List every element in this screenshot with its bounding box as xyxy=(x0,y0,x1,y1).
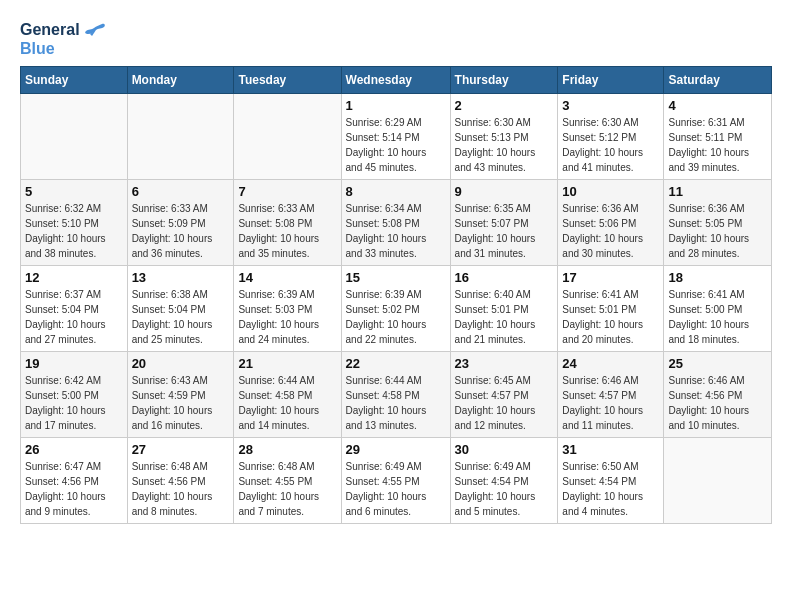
calendar-cell xyxy=(664,438,772,524)
calendar-cell: 9Sunrise: 6:35 AMSunset: 5:07 PMDaylight… xyxy=(450,180,558,266)
calendar-cell: 11Sunrise: 6:36 AMSunset: 5:05 PMDayligh… xyxy=(664,180,772,266)
calendar-header-row: SundayMondayTuesdayWednesdayThursdayFrid… xyxy=(21,67,772,94)
bird-icon xyxy=(82,22,106,40)
day-number: 6 xyxy=(132,184,230,199)
day-info: Sunrise: 6:41 AMSunset: 5:00 PMDaylight:… xyxy=(668,287,767,347)
day-info: Sunrise: 6:49 AMSunset: 4:54 PMDaylight:… xyxy=(455,459,554,519)
day-number: 5 xyxy=(25,184,123,199)
day-number: 8 xyxy=(346,184,446,199)
day-info: Sunrise: 6:48 AMSunset: 4:56 PMDaylight:… xyxy=(132,459,230,519)
calendar-week-row: 1Sunrise: 6:29 AMSunset: 5:14 PMDaylight… xyxy=(21,94,772,180)
day-info: Sunrise: 6:44 AMSunset: 4:58 PMDaylight:… xyxy=(346,373,446,433)
calendar-cell: 8Sunrise: 6:34 AMSunset: 5:08 PMDaylight… xyxy=(341,180,450,266)
logo: General Blue xyxy=(20,20,106,58)
day-number: 15 xyxy=(346,270,446,285)
day-info: Sunrise: 6:39 AMSunset: 5:03 PMDaylight:… xyxy=(238,287,336,347)
day-info: Sunrise: 6:43 AMSunset: 4:59 PMDaylight:… xyxy=(132,373,230,433)
day-info: Sunrise: 6:31 AMSunset: 5:11 PMDaylight:… xyxy=(668,115,767,175)
calendar-cell: 16Sunrise: 6:40 AMSunset: 5:01 PMDayligh… xyxy=(450,266,558,352)
day-info: Sunrise: 6:50 AMSunset: 4:54 PMDaylight:… xyxy=(562,459,659,519)
calendar-cell xyxy=(21,94,128,180)
calendar-cell: 29Sunrise: 6:49 AMSunset: 4:55 PMDayligh… xyxy=(341,438,450,524)
calendar-cell: 17Sunrise: 6:41 AMSunset: 5:01 PMDayligh… xyxy=(558,266,664,352)
calendar-cell: 27Sunrise: 6:48 AMSunset: 4:56 PMDayligh… xyxy=(127,438,234,524)
calendar-week-row: 26Sunrise: 6:47 AMSunset: 4:56 PMDayligh… xyxy=(21,438,772,524)
calendar-header-saturday: Saturday xyxy=(664,67,772,94)
day-info: Sunrise: 6:29 AMSunset: 5:14 PMDaylight:… xyxy=(346,115,446,175)
calendar-cell: 6Sunrise: 6:33 AMSunset: 5:09 PMDaylight… xyxy=(127,180,234,266)
day-number: 24 xyxy=(562,356,659,371)
day-info: Sunrise: 6:46 AMSunset: 4:57 PMDaylight:… xyxy=(562,373,659,433)
day-info: Sunrise: 6:46 AMSunset: 4:56 PMDaylight:… xyxy=(668,373,767,433)
day-info: Sunrise: 6:35 AMSunset: 5:07 PMDaylight:… xyxy=(455,201,554,261)
calendar-cell: 4Sunrise: 6:31 AMSunset: 5:11 PMDaylight… xyxy=(664,94,772,180)
calendar-cell: 1Sunrise: 6:29 AMSunset: 5:14 PMDaylight… xyxy=(341,94,450,180)
day-number: 30 xyxy=(455,442,554,457)
calendar-cell: 14Sunrise: 6:39 AMSunset: 5:03 PMDayligh… xyxy=(234,266,341,352)
calendar-header-monday: Monday xyxy=(127,67,234,94)
calendar-week-row: 12Sunrise: 6:37 AMSunset: 5:04 PMDayligh… xyxy=(21,266,772,352)
day-info: Sunrise: 6:37 AMSunset: 5:04 PMDaylight:… xyxy=(25,287,123,347)
day-info: Sunrise: 6:36 AMSunset: 5:05 PMDaylight:… xyxy=(668,201,767,261)
calendar-cell: 5Sunrise: 6:32 AMSunset: 5:10 PMDaylight… xyxy=(21,180,128,266)
day-number: 9 xyxy=(455,184,554,199)
day-info: Sunrise: 6:36 AMSunset: 5:06 PMDaylight:… xyxy=(562,201,659,261)
day-info: Sunrise: 6:30 AMSunset: 5:12 PMDaylight:… xyxy=(562,115,659,175)
calendar-table: SundayMondayTuesdayWednesdayThursdayFrid… xyxy=(20,66,772,524)
calendar-cell: 23Sunrise: 6:45 AMSunset: 4:57 PMDayligh… xyxy=(450,352,558,438)
day-info: Sunrise: 6:33 AMSunset: 5:09 PMDaylight:… xyxy=(132,201,230,261)
day-number: 22 xyxy=(346,356,446,371)
calendar-cell: 15Sunrise: 6:39 AMSunset: 5:02 PMDayligh… xyxy=(341,266,450,352)
day-info: Sunrise: 6:39 AMSunset: 5:02 PMDaylight:… xyxy=(346,287,446,347)
calendar-cell: 28Sunrise: 6:48 AMSunset: 4:55 PMDayligh… xyxy=(234,438,341,524)
day-info: Sunrise: 6:34 AMSunset: 5:08 PMDaylight:… xyxy=(346,201,446,261)
calendar-cell: 24Sunrise: 6:46 AMSunset: 4:57 PMDayligh… xyxy=(558,352,664,438)
calendar-cell: 13Sunrise: 6:38 AMSunset: 5:04 PMDayligh… xyxy=(127,266,234,352)
day-number: 28 xyxy=(238,442,336,457)
day-number: 3 xyxy=(562,98,659,113)
day-info: Sunrise: 6:45 AMSunset: 4:57 PMDaylight:… xyxy=(455,373,554,433)
day-number: 16 xyxy=(455,270,554,285)
day-info: Sunrise: 6:32 AMSunset: 5:10 PMDaylight:… xyxy=(25,201,123,261)
calendar-cell: 20Sunrise: 6:43 AMSunset: 4:59 PMDayligh… xyxy=(127,352,234,438)
day-number: 1 xyxy=(346,98,446,113)
calendar-header-wednesday: Wednesday xyxy=(341,67,450,94)
day-number: 21 xyxy=(238,356,336,371)
calendar-cell: 26Sunrise: 6:47 AMSunset: 4:56 PMDayligh… xyxy=(21,438,128,524)
calendar-week-row: 19Sunrise: 6:42 AMSunset: 5:00 PMDayligh… xyxy=(21,352,772,438)
day-number: 17 xyxy=(562,270,659,285)
day-number: 26 xyxy=(25,442,123,457)
calendar-cell: 25Sunrise: 6:46 AMSunset: 4:56 PMDayligh… xyxy=(664,352,772,438)
day-number: 13 xyxy=(132,270,230,285)
day-info: Sunrise: 6:33 AMSunset: 5:08 PMDaylight:… xyxy=(238,201,336,261)
calendar-cell: 18Sunrise: 6:41 AMSunset: 5:00 PMDayligh… xyxy=(664,266,772,352)
day-number: 27 xyxy=(132,442,230,457)
calendar-cell: 21Sunrise: 6:44 AMSunset: 4:58 PMDayligh… xyxy=(234,352,341,438)
calendar-cell: 7Sunrise: 6:33 AMSunset: 5:08 PMDaylight… xyxy=(234,180,341,266)
calendar-cell: 30Sunrise: 6:49 AMSunset: 4:54 PMDayligh… xyxy=(450,438,558,524)
calendar-cell: 19Sunrise: 6:42 AMSunset: 5:00 PMDayligh… xyxy=(21,352,128,438)
calendar-header-thursday: Thursday xyxy=(450,67,558,94)
day-number: 7 xyxy=(238,184,336,199)
day-number: 23 xyxy=(455,356,554,371)
calendar-cell: 10Sunrise: 6:36 AMSunset: 5:06 PMDayligh… xyxy=(558,180,664,266)
day-number: 4 xyxy=(668,98,767,113)
day-number: 25 xyxy=(668,356,767,371)
day-number: 20 xyxy=(132,356,230,371)
calendar-cell: 12Sunrise: 6:37 AMSunset: 5:04 PMDayligh… xyxy=(21,266,128,352)
day-number: 12 xyxy=(25,270,123,285)
day-info: Sunrise: 6:40 AMSunset: 5:01 PMDaylight:… xyxy=(455,287,554,347)
day-number: 18 xyxy=(668,270,767,285)
calendar-cell: 2Sunrise: 6:30 AMSunset: 5:13 PMDaylight… xyxy=(450,94,558,180)
calendar-header-tuesday: Tuesday xyxy=(234,67,341,94)
calendar-header-sunday: Sunday xyxy=(21,67,128,94)
day-info: Sunrise: 6:41 AMSunset: 5:01 PMDaylight:… xyxy=(562,287,659,347)
day-number: 10 xyxy=(562,184,659,199)
calendar-cell: 3Sunrise: 6:30 AMSunset: 5:12 PMDaylight… xyxy=(558,94,664,180)
calendar-week-row: 5Sunrise: 6:32 AMSunset: 5:10 PMDaylight… xyxy=(21,180,772,266)
day-info: Sunrise: 6:44 AMSunset: 4:58 PMDaylight:… xyxy=(238,373,336,433)
page-header: General Blue xyxy=(20,20,772,58)
day-info: Sunrise: 6:30 AMSunset: 5:13 PMDaylight:… xyxy=(455,115,554,175)
day-info: Sunrise: 6:42 AMSunset: 5:00 PMDaylight:… xyxy=(25,373,123,433)
calendar-cell: 22Sunrise: 6:44 AMSunset: 4:58 PMDayligh… xyxy=(341,352,450,438)
